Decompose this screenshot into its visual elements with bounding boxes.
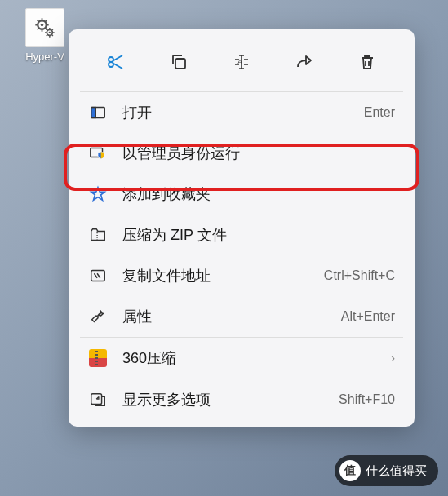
copy-path-icon xyxy=(88,266,108,286)
menu-label: 360压缩 xyxy=(122,348,391,368)
menu-label: 属性 xyxy=(122,307,341,326)
menu-item-360zip[interactable]: 360压缩 › xyxy=(75,338,408,379)
share-button[interactable] xyxy=(290,47,319,77)
copy-icon xyxy=(169,52,189,72)
menu-label: 添加到收藏夹 xyxy=(122,184,395,204)
menu-shortcut: Enter xyxy=(364,105,395,120)
svg-point-1 xyxy=(41,24,44,27)
svg-point-3 xyxy=(49,32,51,33)
gears-icon xyxy=(25,8,64,47)
wrench-icon xyxy=(88,307,108,326)
watermark-badge: 值 xyxy=(339,460,361,481)
menu-label: 复制文件地址 xyxy=(122,266,324,286)
svg-text:A: A xyxy=(237,58,242,66)
menu-shortcut: Shift+F10 xyxy=(339,392,395,407)
shield-admin-icon xyxy=(88,144,108,163)
watermark: 值 什么值得买 xyxy=(335,455,438,486)
watermark-text: 什么值得买 xyxy=(366,463,427,479)
more-options-icon xyxy=(88,390,108,410)
svg-rect-9 xyxy=(91,271,105,281)
share-icon xyxy=(295,52,314,72)
menu-label: 显示更多选项 xyxy=(122,390,339,410)
svg-rect-7 xyxy=(91,108,96,118)
folder-zip-icon xyxy=(88,225,108,245)
menu-label: 打开 xyxy=(122,103,364,122)
delete-button[interactable] xyxy=(353,47,382,77)
menu-label: 压缩为 ZIP 文件 xyxy=(122,225,395,245)
menu-item-add-favorites[interactable]: 添加到收藏夹 xyxy=(75,174,408,215)
rename-icon: A xyxy=(232,52,251,72)
menu-label: 以管理员身份运行 xyxy=(122,144,395,163)
desktop-shortcut[interactable]: Hyper-V xyxy=(24,8,65,63)
menu-item-properties[interactable]: 属性 Alt+Enter xyxy=(75,296,408,337)
menu-item-copy-path[interactable]: 复制文件地址 Ctrl+Shift+C xyxy=(75,255,408,296)
cut-button[interactable] xyxy=(101,47,131,77)
menu-item-run-as-admin[interactable]: 以管理员身份运行 xyxy=(75,133,408,174)
menu-shortcut: Ctrl+Shift+C xyxy=(324,268,395,283)
scissors-icon xyxy=(106,52,126,72)
context-menu: A 打开 Enter 以管理员身份运行 添加到收藏夹 压缩为 ZIP 文件 xyxy=(69,29,415,427)
desktop-icon-label: Hyper-V xyxy=(24,51,65,63)
context-toolbar: A xyxy=(75,36,408,91)
open-icon xyxy=(88,103,108,122)
svg-rect-4 xyxy=(175,59,185,69)
rename-button[interactable]: A xyxy=(227,47,256,77)
chevron-right-icon: › xyxy=(391,351,395,365)
copy-button[interactable] xyxy=(164,47,193,77)
menu-item-compress-zip[interactable]: 压缩为 ZIP 文件 xyxy=(75,215,408,255)
trash-icon xyxy=(357,52,377,72)
zip-app-icon xyxy=(88,348,108,368)
menu-item-open[interactable]: 打开 Enter xyxy=(75,92,408,133)
menu-item-show-more[interactable]: 显示更多选项 Shift+F10 xyxy=(75,379,408,420)
menu-shortcut: Alt+Enter xyxy=(341,309,395,324)
star-icon xyxy=(88,184,108,204)
